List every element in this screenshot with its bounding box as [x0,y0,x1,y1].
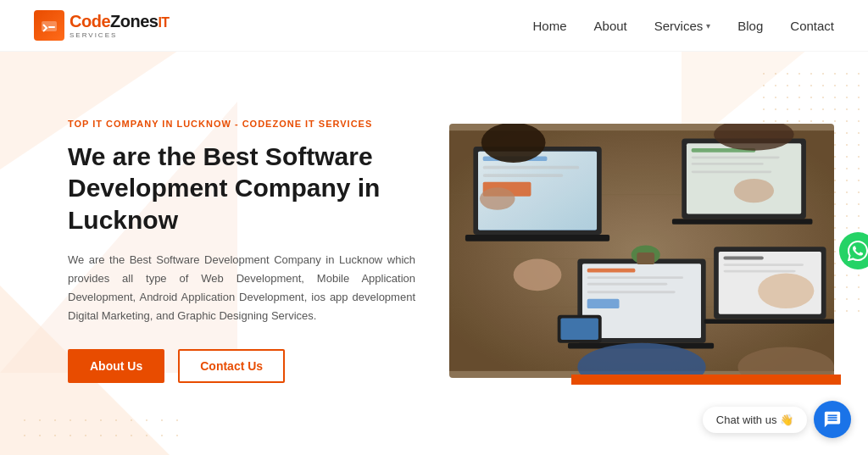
nav-home[interactable]: Home [533,19,567,33]
svg-rect-48 [449,130,834,371]
nav-links: Home About Services ▾ Blog Contact [533,19,834,33]
hero-tag: TOP IT COMPANY IN LUCKNOW - CODEZONE IT … [68,119,415,129]
hero-image [449,124,834,378]
nav-blog[interactable]: Blog [737,19,763,33]
chat-button[interactable] [814,401,851,438]
nav-about[interactable]: About [594,19,627,33]
about-us-button[interactable]: About Us [68,349,164,383]
nav-services-label: Services [654,19,704,33]
hero-title: We are the Best Software Development Com… [68,141,415,236]
contact-us-button[interactable]: Contact Us [178,349,285,383]
chevron-down-icon: ▾ [706,21,710,31]
chat-widget: Chat with us 👋 [703,401,851,438]
logo-icon [34,10,64,41]
logo-name: CodeZonesIT [70,12,170,31]
navbar: CodeZonesIT SERVICES Home About Services… [0,0,868,52]
svg-rect-1 [48,26,55,28]
whatsapp-button[interactable] [839,232,868,269]
logo-tagline: SERVICES [70,31,170,39]
hero-buttons: About Us Contact Us [68,349,415,383]
hero-content: TOP IT COMPANY IN LUCKNOW - CODEZONE IT … [68,119,449,384]
nav-contact[interactable]: Contact [790,19,834,33]
chat-label: Chat with us 👋 [703,407,807,433]
logo-text: CodeZonesIT SERVICES [70,12,170,39]
nav-services[interactable]: Services ▾ [654,19,711,33]
hero-section: TOP IT COMPANY IN LUCKNOW - CODEZONE IT … [0,52,868,441]
hero-image-wrapper [449,124,834,378]
hero-description: We are the Best Software Development Com… [68,251,415,325]
orange-accent-bar [571,375,841,385]
logo[interactable]: CodeZonesIT SERVICES [34,10,170,41]
